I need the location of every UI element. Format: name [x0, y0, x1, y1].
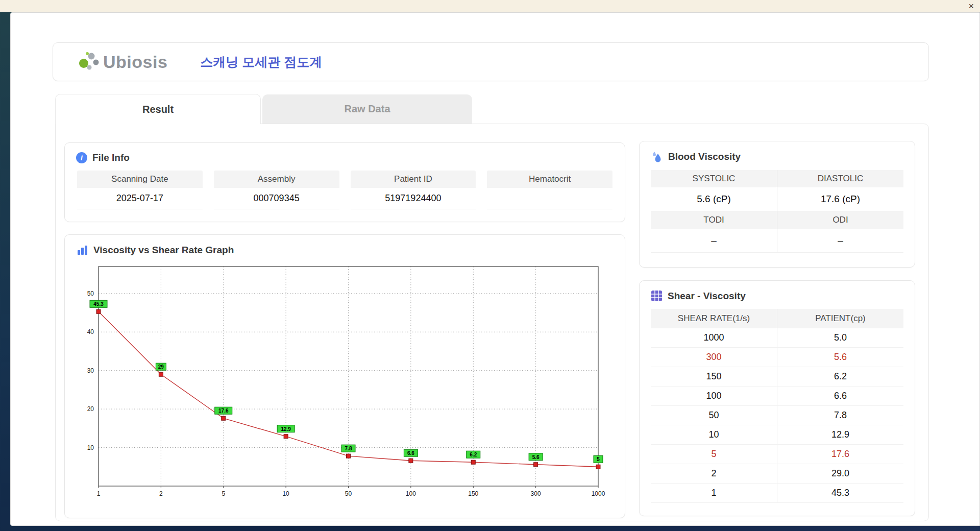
svg-text:40: 40	[87, 328, 94, 335]
sv-cell-shear: 50	[651, 406, 777, 425]
svg-text:10: 10	[87, 444, 94, 451]
sv-cell-shear: 5	[651, 445, 777, 464]
blood-viscosity-card: Blood Viscosity SYSTOLIC DIASTOLIC 5.6 (…	[639, 141, 915, 268]
svg-text:10: 10	[282, 490, 289, 497]
bv-header-odi: ODI	[777, 211, 903, 229]
bv-value-systolic: 5.6 (cP)	[651, 187, 777, 211]
field-value: 2025-07-17	[77, 188, 203, 209]
table-row: 300 5.6	[651, 348, 903, 367]
bar-chart-icon	[76, 244, 88, 256]
sv-cell-patient: 29.0	[777, 464, 903, 483]
svg-text:1000: 1000	[592, 490, 605, 497]
field-label: Patient ID	[351, 171, 476, 188]
logo-berries-icon	[78, 51, 101, 73]
os-titlebar: ×	[0, 0, 980, 12]
bv-value-row: 5.6 (cP) 17.6 (cP)	[651, 187, 903, 211]
sv-cell-patient: 6.2	[777, 367, 903, 386]
svg-text:300: 300	[531, 490, 541, 497]
bv-value-diastolic: 17.6 (cP)	[777, 187, 903, 211]
svg-text:6.2: 6.2	[470, 452, 477, 457]
table-row: 2 29.0	[651, 464, 903, 484]
sv-cell-shear: 10	[651, 425, 777, 444]
svg-text:45.3: 45.3	[93, 301, 104, 307]
svg-text:5: 5	[597, 456, 600, 462]
field-label: Scanning Date	[77, 171, 203, 188]
sv-header-row: SHEAR RATE(1/s) PATIENT(cp)	[651, 309, 903, 328]
svg-text:100: 100	[406, 490, 416, 497]
sv-cell-patient: 45.3	[777, 484, 903, 502]
sv-cell-shear: 300	[651, 348, 777, 367]
sv-cell-shear: 100	[651, 387, 777, 405]
svg-text:150: 150	[468, 490, 478, 497]
blood-viscosity-table: SYSTOLIC DIASTOLIC 5.6 (cP) 17.6 (cP) TO…	[651, 170, 903, 253]
sv-cell-patient: 6.6	[777, 387, 903, 405]
field-patient-id: Patient ID 51971924400	[351, 171, 476, 209]
close-button[interactable]: ×	[968, 2, 974, 11]
field-label: Hematocrit	[487, 171, 612, 188]
sv-cell-shear: 2	[651, 464, 777, 483]
svg-text:5.6: 5.6	[532, 454, 540, 460]
svg-text:12.9: 12.9	[281, 426, 291, 432]
chart-area: 10203040501251050100150300100045.32917.6…	[74, 259, 619, 503]
field-label: Assembly	[214, 171, 339, 188]
sv-cell-patient: 12.9	[777, 425, 903, 444]
field-scanning-date: Scanning Date 2025-07-17	[77, 171, 203, 209]
table-row: 1 45.3	[651, 484, 903, 503]
svg-text:5: 5	[222, 490, 225, 497]
graph-title: Viscosity vs Shear Rate Graph	[93, 245, 234, 256]
svg-text:50: 50	[87, 290, 94, 297]
table-row: 50 7.8	[651, 406, 903, 425]
file-info-card: i File Info Scanning Date 2025-07-17 Ass…	[64, 142, 625, 222]
tab-raw-data[interactable]: Raw Data	[262, 94, 472, 124]
bv-header-row: TODI ODI	[651, 211, 903, 229]
sv-cell-shear: 150	[651, 367, 777, 386]
file-info-title: File Info	[92, 152, 130, 163]
shear-viscosity-table: SHEAR RATE(1/s) PATIENT(cp) 1000 5.0 300…	[651, 309, 903, 503]
sv-cell-patient: 5.6	[777, 348, 903, 367]
bv-header-todi: TODI	[651, 211, 777, 229]
svg-text:50: 50	[345, 490, 352, 497]
blood-viscosity-title: Blood Viscosity	[668, 151, 741, 162]
sv-col-patient: PATIENT(cp)	[777, 309, 903, 328]
bv-value-row: – –	[651, 229, 903, 253]
info-icon: i	[76, 152, 87, 163]
svg-text:2: 2	[159, 490, 163, 497]
app-header: Ubiosis 스캐닝 모세관 점도계	[53, 42, 929, 81]
field-assembly: Assembly 000709345	[214, 171, 339, 209]
field-value: 51971924400	[351, 188, 476, 209]
field-hematocrit: Hematocrit	[487, 171, 612, 209]
svg-text:7.8: 7.8	[345, 446, 352, 451]
viscosity-graph-card: Viscosity vs Shear Rate Graph 1020304050…	[64, 234, 625, 518]
tab-result[interactable]: Result	[55, 94, 261, 124]
file-info-grid: Scanning Date 2025-07-17 Assembly 000709…	[77, 171, 612, 209]
table-row: 150 6.2	[651, 367, 903, 387]
svg-text:20: 20	[87, 405, 94, 413]
shear-viscosity-title: Shear - Viscosity	[668, 291, 746, 302]
sv-cell-patient: 7.8	[777, 406, 903, 425]
sv-cell-patient: 17.6	[777, 445, 903, 464]
bv-value-todi: –	[651, 229, 777, 252]
table-row: 5 17.6	[651, 445, 903, 464]
field-value	[487, 188, 612, 209]
shear-viscosity-card: Shear - Viscosity SHEAR RATE(1/s) PATIEN…	[639, 280, 915, 516]
ubiosis-logo: Ubiosis	[78, 51, 167, 73]
field-value: 000709345	[214, 188, 339, 209]
viscosity-shear-chart: 10203040501251050100150300100045.32917.6…	[74, 259, 610, 501]
svg-text:29: 29	[158, 364, 164, 370]
table-row: 100 6.6	[651, 387, 903, 406]
svg-text:6.6: 6.6	[407, 450, 414, 456]
table-row: 10 12.9	[651, 425, 903, 445]
bv-header-row: SYSTOLIC DIASTOLIC	[651, 170, 903, 187]
sv-cell-shear: 1	[651, 484, 777, 502]
bv-value-odi: –	[777, 229, 903, 252]
table-grid-icon	[651, 290, 663, 302]
sv-cell-patient: 5.0	[777, 328, 903, 347]
table-row: 1000 5.0	[651, 328, 903, 348]
sv-col-shear-rate: SHEAR RATE(1/s)	[651, 309, 777, 328]
svg-text:30: 30	[87, 367, 94, 374]
bv-header-diastolic: DIASTOLIC	[777, 170, 903, 187]
page-title: 스캐닝 모세관 점도계	[200, 54, 322, 70]
svg-text:1: 1	[97, 490, 101, 497]
logo-text: Ubiosis	[103, 52, 167, 72]
droplet-icon	[651, 151, 663, 163]
